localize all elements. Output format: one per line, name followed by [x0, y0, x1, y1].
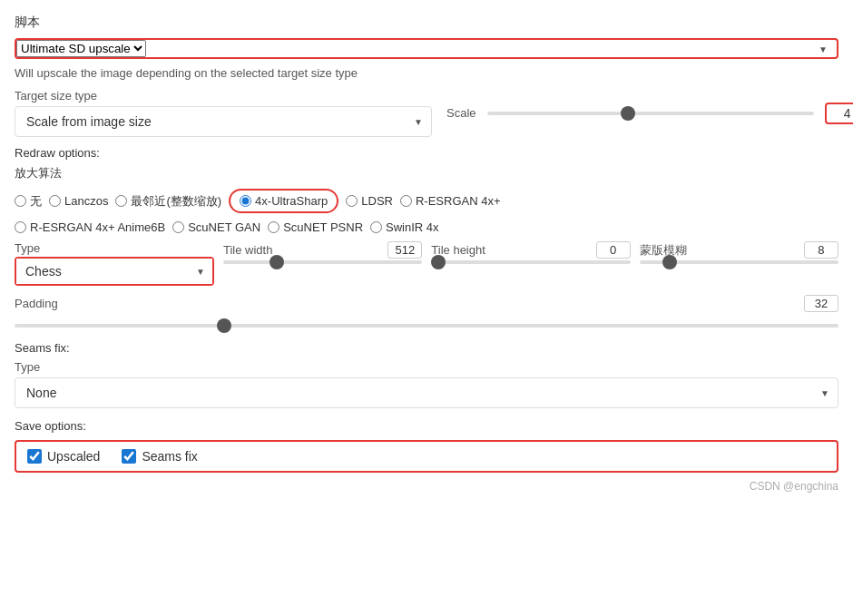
algo-scunetgan[interactable]: ScuNET GAN [172, 220, 260, 234]
algo-lanczos[interactable]: Lanczos [49, 189, 108, 213]
algo-ldsr[interactable]: LDSR [346, 189, 393, 213]
mengban-col: 蒙版模糊 8 [640, 241, 838, 264]
watermark: CSDN @engchina [15, 480, 838, 493]
algo-swinir4x[interactable]: SwinIR 4x [370, 220, 439, 234]
algo-ultrasharp-label: 4x-UltraSharp [255, 194, 328, 208]
type-and-tiles-row: Type ChessNoneLinear Tile width 512 Tile… [15, 241, 838, 286]
section-title: 脚本 [15, 15, 838, 31]
tile-height-col: Tile height 0 [431, 241, 630, 264]
seams-type-select-wrapper: NoneHalf tile offset passFull tile offse… [15, 377, 838, 408]
type-col: Type ChessNoneLinear [15, 241, 214, 286]
redraw-options-label: Redraw options: [15, 146, 838, 160]
seams-fix-label: Seams fix: [15, 341, 838, 355]
save-upscaled-checkbox[interactable] [27, 449, 42, 464]
save-upscaled-label: Upscaled [47, 449, 100, 464]
scale-label: Scale [446, 106, 476, 120]
padding-slider-row [15, 316, 838, 330]
save-seams-fix-label: Seams fix [142, 449, 197, 464]
algo-lanczos-label: Lanczos [64, 194, 108, 208]
tile-height-slider[interactable] [431, 260, 630, 264]
save-seams-fix-item[interactable]: Seams fix [122, 449, 197, 464]
algo-ldsr-label: LDSR [361, 194, 393, 208]
algo-swinir4x-radio[interactable] [370, 221, 382, 233]
algo-nearest[interactable]: 最邻近(整数缩放) [115, 189, 221, 213]
algo-ultrasharp-radio[interactable] [240, 195, 251, 207]
target-size-dropdown-wrapper: Scale from image sizeFixed sizeCustom [15, 106, 432, 137]
algo-nearest-label: 最邻近(整数缩放) [131, 193, 221, 210]
algo-none-radio[interactable] [15, 195, 26, 207]
tile-width-col: Tile width 512 [223, 241, 422, 264]
algo-scunetpsnr-label: ScuNET PSNR [283, 220, 363, 234]
target-size-right: Scale 4 [446, 103, 853, 124]
mengban-slider[interactable] [640, 260, 838, 264]
algo-radio-group-2: R-ESRGAN 4x+ Anime6B ScuNET GAN ScuNET P… [15, 220, 838, 234]
script-description: Will upscale the image depending on the … [15, 66, 838, 80]
algo-resrgan4x-label: R-ESRGAN 4x+ [416, 194, 501, 208]
tile-width-slider[interactable] [223, 260, 422, 264]
script-dropdown-container: Ultimate SD upscaleNoneOther [16, 40, 837, 57]
save-checkboxes: Upscaled Seams fix [15, 440, 838, 473]
seams-type-dropdown[interactable]: NoneHalf tile offset passFull tile offse… [15, 377, 838, 408]
padding-slider[interactable] [15, 324, 838, 328]
algo-scunetgan-label: ScuNET GAN [188, 220, 260, 234]
algo-resrgan4x[interactable]: R-ESRGAN 4x+ [400, 189, 501, 213]
algo-ldsr-radio[interactable] [346, 195, 358, 207]
scale-slider[interactable] [487, 112, 814, 115]
padding-value: 32 [804, 295, 838, 312]
algo-radio-group-1: 无 Lanczos 最邻近(整数缩放) 4x-UltraSharp LDSR R… [15, 189, 838, 213]
padding-label-row: Padding 32 [15, 295, 838, 312]
algo-resrgan4x-radio[interactable] [400, 195, 412, 207]
target-size-label: Target size type [15, 89, 432, 103]
algo-none-label: 无 [30, 193, 42, 210]
algo-resrgan4xanime-radio[interactable] [15, 221, 26, 233]
target-size-row: Target size type Scale from image sizeFi… [15, 89, 838, 137]
target-size-left: Target size type Scale from image sizeFi… [15, 89, 432, 137]
algo-label: 放大算法 [15, 165, 838, 181]
script-dropdown-wrapper: Ultimate SD upscaleNoneOther [15, 38, 838, 59]
seams-type-label: Type [15, 360, 838, 374]
algo-resrgan4xanime-label: R-ESRGAN 4x+ Anime6B [30, 220, 165, 234]
type-col-label: Type [15, 241, 214, 255]
save-seams-fix-checkbox[interactable] [122, 449, 136, 464]
algo-lanczos-radio[interactable] [49, 195, 61, 207]
target-size-dropdown[interactable]: Scale from image sizeFixed sizeCustom [15, 106, 432, 137]
algo-nearest-radio[interactable] [115, 195, 127, 207]
scale-value: 4 [825, 103, 853, 124]
save-upscaled-item[interactable]: Upscaled [27, 449, 100, 464]
padding-label: Padding [15, 297, 58, 310]
type-dropdown[interactable]: ChessNoneLinear [16, 259, 212, 284]
type-dropdown-wrapper: ChessNoneLinear [15, 257, 214, 286]
save-options-label: Save options: [15, 419, 838, 433]
seams-type-dropdown-wrapper: NoneHalf tile offset passFull tile offse… [15, 377, 838, 408]
algo-scunetpsnr-radio[interactable] [268, 221, 279, 233]
algo-none[interactable]: 无 [15, 189, 42, 213]
algo-swinir4x-label: SwinIR 4x [386, 220, 439, 234]
algo-resrgan4xanime[interactable]: R-ESRGAN 4x+ Anime6B [15, 220, 165, 234]
algo-scunetpsnr[interactable]: ScuNET PSNR [268, 220, 363, 234]
script-dropdown[interactable]: Ultimate SD upscaleNoneOther [16, 40, 146, 57]
algo-ultrasharp[interactable]: 4x-UltraSharp [229, 189, 338, 213]
algo-scunetgan-radio[interactable] [172, 221, 184, 233]
